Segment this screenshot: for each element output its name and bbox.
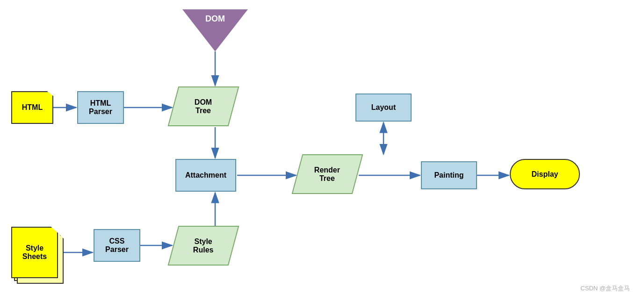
dom-tree-label: DOM Tree <box>195 98 212 115</box>
html-parser-node: HTML Parser <box>77 91 124 124</box>
layout-label: Layout <box>371 103 396 112</box>
render-tree-node: Render Tree <box>292 154 363 194</box>
style-sheets-node: Style Sheets <box>11 227 58 278</box>
css-parser-label: CSS Parser <box>105 237 129 254</box>
css-parser-node: CSS Parser <box>94 229 140 262</box>
attachment-label: Attachment <box>185 171 226 180</box>
watermark: CSDN @盒马盒马 <box>580 284 630 293</box>
html-parser-label: HTML Parser <box>89 99 112 116</box>
dom-triangle <box>182 9 248 51</box>
html-label: HTML <box>22 103 43 112</box>
display-label: Display <box>532 170 558 179</box>
style-sheets-label: Style Sheets <box>22 244 47 261</box>
style-rules-label: Style Rules <box>193 237 214 254</box>
dom-tree-node: DOM Tree <box>168 86 239 126</box>
diagram-container: DOM HTML HTML Parser DOM Tree Attachment… <box>0 0 644 302</box>
style-rules-node: Style Rules <box>168 226 239 266</box>
layout-node: Layout <box>355 93 412 122</box>
html-node: HTML <box>11 91 53 124</box>
attachment-node: Attachment <box>175 159 236 192</box>
painting-label: Painting <box>434 171 463 180</box>
render-tree-label: Render Tree <box>314 166 340 183</box>
painting-node: Painting <box>421 161 477 189</box>
display-node: Display <box>510 159 580 189</box>
